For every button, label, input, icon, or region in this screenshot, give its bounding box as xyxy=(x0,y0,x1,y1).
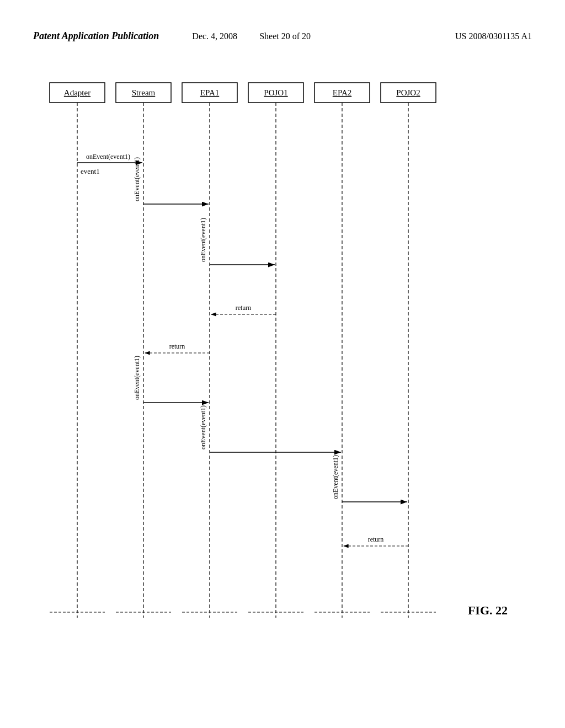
svg-text:return: return xyxy=(169,342,185,350)
svg-text:onEvent(event1): onEvent(event1) xyxy=(332,455,339,499)
diagram-svg: Adapter Stream EPA1 POJO1 EPA2 POJO2 e xyxy=(33,77,486,656)
svg-text:onEvent(event1): onEvent(event1) xyxy=(199,405,207,449)
svg-text:onEvent(event1): onEvent(event1) xyxy=(199,218,207,262)
svg-text:Stream: Stream xyxy=(132,88,156,97)
sheet-info: Sheet 20 of 20 xyxy=(259,31,311,41)
patent-number: US 2008/0301135 A1 xyxy=(455,31,532,41)
svg-text:onEvent(event1): onEvent(event1) xyxy=(133,157,141,201)
figure-label: FIG. 22 xyxy=(468,603,508,618)
svg-text:POJO1: POJO1 xyxy=(264,88,287,97)
svg-text:return: return xyxy=(368,536,384,543)
svg-text:Adapter: Adapter xyxy=(64,88,90,97)
svg-text:return: return xyxy=(236,304,252,312)
svg-text:event1: event1 xyxy=(81,167,100,175)
publication-date: Dec. 4, 2008 xyxy=(192,31,237,41)
svg-text:onEvent(event1): onEvent(event1) xyxy=(86,153,130,160)
publication-title: Patent Application Publication xyxy=(33,30,159,42)
svg-text:EPA2: EPA2 xyxy=(333,88,351,97)
sequence-diagram: Adapter Stream EPA1 POJO1 EPA2 POJO2 e xyxy=(33,77,513,684)
svg-text:onEvent(event1): onEvent(event1) xyxy=(133,356,141,400)
svg-text:EPA1: EPA1 xyxy=(200,88,219,97)
page-header: Patent Application Publication Dec. 4, 2… xyxy=(0,30,565,42)
svg-text:POJO2: POJO2 xyxy=(396,88,420,97)
